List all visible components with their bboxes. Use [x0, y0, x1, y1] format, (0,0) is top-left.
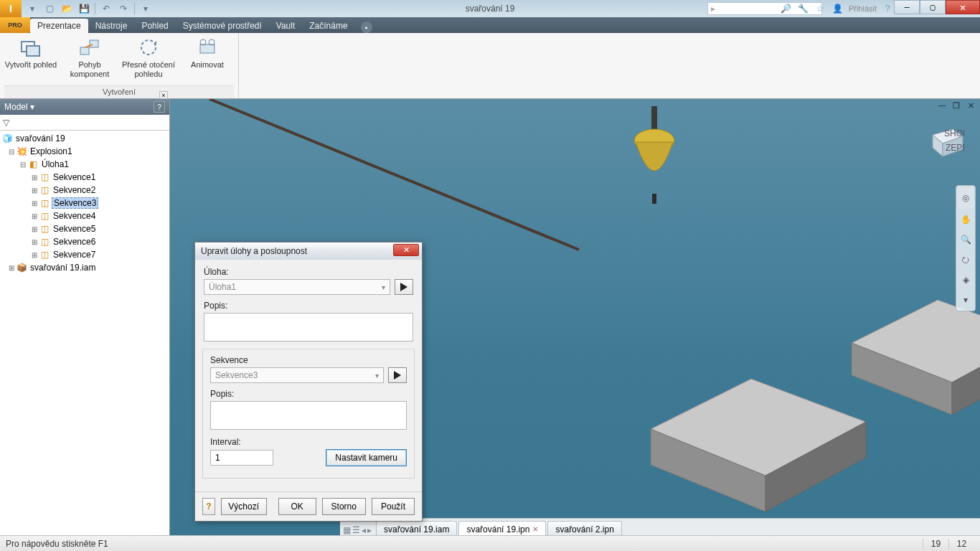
- qat-more-icon[interactable]: ▾: [139, 2, 152, 15]
- dialog-close-button[interactable]: ✕: [393, 244, 419, 256]
- tree-sequence[interactable]: ⊞◫Sekvence5: [0, 222, 169, 235]
- tab-nav-right-icon[interactable]: ▸: [367, 525, 372, 535]
- set-camera-button[interactable]: Nastavit kameru: [326, 449, 407, 466]
- tab-nastroje[interactable]: Nástroje: [88, 19, 135, 33]
- tab-layout-icon[interactable]: ▦: [343, 525, 351, 535]
- move-component-button[interactable]: Pohyb komponent: [63, 36, 116, 79]
- navigation-bar: ◎ ✋ 🔍 ⭮ ◈ ▾: [956, 185, 976, 311]
- sequence-icon: ◫: [39, 172, 50, 182]
- tab-prezentace[interactable]: Prezentace: [30, 19, 88, 33]
- close-button[interactable]: ✕: [946, 0, 980, 14]
- steering-wheel-icon[interactable]: ◎: [958, 187, 974, 209]
- qat-chevron-icon[interactable]: ▾: [26, 2, 39, 15]
- dialog-title: Upravit úlohy a posloupnost: [201, 246, 307, 256]
- undo-icon[interactable]: ↶: [100, 2, 113, 15]
- model-panel-header[interactable]: Model ▾ ?: [0, 99, 169, 115]
- expand-icon[interactable]: ⊞: [30, 251, 39, 259]
- tree-sequence[interactable]: ⊞◫Sekvence2: [0, 184, 169, 197]
- task-combobox[interactable]: Úloha1: [204, 279, 390, 295]
- tree-sequence[interactable]: ⊞◫Sekvence3: [0, 197, 169, 209]
- sequence-description-input[interactable]: [210, 401, 407, 430]
- quick-access-toolbar: ▾ ▢ 📂 💾 ↶ ↷ ▾: [26, 2, 152, 15]
- tree-label: Sekvence1: [52, 172, 97, 182]
- tree-explosion[interactable]: ⊟ 💥 Explosion1: [0, 145, 169, 158]
- sequence-combobox[interactable]: Sekvence3: [210, 367, 384, 383]
- expand-icon[interactable]: ⊞: [30, 225, 39, 233]
- filter-icon[interactable]: ▽: [3, 118, 9, 128]
- tab-vault[interactable]: Vault: [269, 19, 302, 33]
- tree-sequence[interactable]: ⊞◫Sekvence1: [0, 171, 169, 184]
- tab-list-icon[interactable]: ☰: [352, 525, 360, 535]
- tree-sequence[interactable]: ⊞◫Sekvence7: [0, 248, 169, 261]
- collapse-icon[interactable]: ⊟: [7, 148, 16, 156]
- expand-icon[interactable]: ⊞: [30, 238, 39, 246]
- tab-close-icon[interactable]: ✕: [532, 525, 538, 533]
- orbit-icon[interactable]: ⭮: [958, 250, 974, 269]
- panel-close-icon[interactable]: ×: [159, 91, 168, 99]
- sequence-play-button[interactable]: [388, 367, 407, 383]
- tree-sequence[interactable]: ⊞◫Sekvence4: [0, 209, 169, 222]
- tree-assembly[interactable]: ⊞ 📦 svařování 19.iam: [0, 261, 169, 274]
- expand-icon[interactable]: ⊞: [30, 199, 39, 207]
- viewcube[interactable]: SHORA ZEPŘEDU: [925, 125, 964, 159]
- doc-tab-2[interactable]: svařování 2.ipn: [547, 521, 621, 535]
- save-icon[interactable]: 💾: [77, 2, 90, 15]
- svg-rect-17: [652, 194, 656, 204]
- signin-link[interactable]: Přihlásit: [849, 4, 877, 13]
- user-icon[interactable]: 👤: [831, 2, 844, 15]
- tree-sequence[interactable]: ⊞◫Sekvence6: [0, 235, 169, 248]
- maximize-button[interactable]: ▢: [920, 0, 946, 14]
- help-icon[interactable]: ?: [881, 2, 894, 15]
- dialog-titlebar[interactable]: Upravit úlohy a posloupnost ✕: [195, 242, 422, 260]
- nav-more-icon[interactable]: ▾: [958, 291, 974, 309]
- animate-button[interactable]: Animovat: [181, 36, 234, 79]
- window-controls: — ▢ ✕: [894, 0, 980, 14]
- expand-icon[interactable]: ⊞: [30, 174, 39, 182]
- interval-label: Interval:: [210, 437, 407, 447]
- tab-zaciname[interactable]: Začínáme: [302, 19, 354, 33]
- minimize-button[interactable]: —: [894, 0, 920, 14]
- task-play-button[interactable]: [395, 279, 413, 295]
- panel-help-icon[interactable]: ?: [154, 101, 165, 113]
- create-view-button[interactable]: Vytvořit pohled: [4, 36, 57, 79]
- star-icon[interactable]: ☆: [814, 2, 827, 15]
- task-description-input[interactable]: [204, 313, 413, 342]
- doc-tab-0[interactable]: svařování 19.iam: [376, 521, 457, 535]
- precise-rotate-button[interactable]: Přesné otočení pohledu: [122, 36, 175, 79]
- tab-pohled[interactable]: Pohled: [134, 19, 175, 33]
- interval-input[interactable]: [210, 450, 273, 466]
- expand-icon[interactable]: ⊞: [7, 264, 16, 272]
- doc-tab-1[interactable]: svařování 19.ipn✕: [458, 521, 546, 535]
- sequence-icon: ◫: [39, 198, 50, 208]
- cancel-button[interactable]: Storno: [322, 498, 366, 515]
- ribbon-group-vytvoreni: Vytvořit pohled Pohyb komponent Přesné o…: [0, 33, 239, 98]
- open-icon[interactable]: 📂: [60, 2, 73, 15]
- edit-tasks-dialog: Upravit úlohy a posloupnost ✕ Úloha: Úlo…: [194, 242, 423, 522]
- default-button[interactable]: Výchozí: [221, 498, 267, 515]
- tab-systemove[interactable]: Systémové prostředí: [176, 19, 269, 33]
- new-icon[interactable]: ▢: [43, 2, 56, 15]
- dialog-help-button[interactable]: ?: [202, 498, 215, 515]
- lookat-icon[interactable]: ◈: [958, 270, 974, 289]
- pan-icon[interactable]: ✋: [958, 210, 974, 229]
- expand-icon[interactable]: ⊞: [30, 212, 39, 220]
- tree-task[interactable]: ⊟ ◧ Úloha1: [0, 158, 169, 171]
- key-icon[interactable]: 🔧: [797, 2, 810, 15]
- ok-button[interactable]: OK: [278, 498, 316, 515]
- svg-rect-5: [200, 44, 215, 53]
- task-label: Úloha:: [204, 267, 413, 277]
- binoculars-icon[interactable]: 🔎: [780, 2, 793, 15]
- zoom-icon[interactable]: 🔍: [958, 230, 974, 249]
- expand-icon[interactable]: ⊞: [30, 187, 39, 194]
- move-component-icon: [78, 36, 101, 59]
- tree-root[interactable]: 🧊 svařování 19: [0, 132, 169, 145]
- app-logo[interactable]: I: [0, 0, 22, 17]
- collapse-icon[interactable]: ⊟: [19, 161, 27, 169]
- tab-nav-left-icon[interactable]: ◂: [362, 525, 366, 535]
- redo-icon[interactable]: ↷: [117, 2, 130, 15]
- status-cell-0: 19: [923, 539, 948, 549]
- svg-line-8: [209, 99, 579, 250]
- apply-button[interactable]: Použít: [372, 498, 415, 515]
- model-tree[interactable]: 🧊 svařování 19 ⊟ 💥 Explosion1 ⊟ ◧ Úloha1…: [0, 131, 169, 535]
- ribbon-help-icon[interactable]: ▪: [361, 22, 372, 33]
